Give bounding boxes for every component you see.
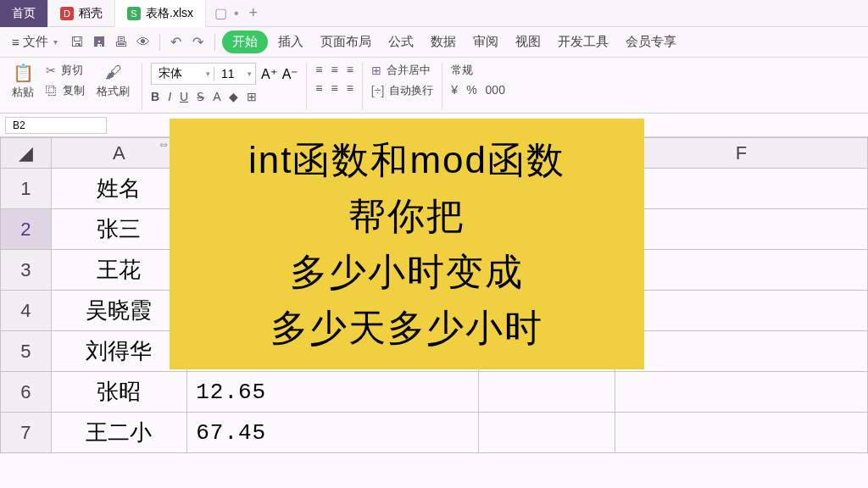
cell[interactable] [615,291,867,331]
cell[interactable]: 张昭 [51,372,187,413]
strikethrough-button[interactable]: S̶ [197,90,204,103]
tab-review[interactable]: 审阅 [466,30,505,53]
align-middle-icon[interactable]: ≡ [331,63,338,76]
cell[interactable] [615,372,867,413]
align-left-icon[interactable]: ≡ [315,81,322,95]
copy-button[interactable]: ⿻复制 [42,81,88,100]
tab-file[interactable]: S 表格.xlsx [115,0,206,27]
cell[interactable] [615,209,867,250]
paste-icon: 📋 [13,63,34,83]
wrap-text-button[interactable]: [÷]自动换行 [368,81,437,100]
row-header[interactable]: 1 [1,169,52,209]
chevron-down-icon: ▾ [203,69,214,78]
undo-icon[interactable]: ↶ [167,33,186,52]
copy-icon: ⿻ [46,84,58,97]
spreadsheet-icon: S [127,7,141,20]
tab-formula[interactable]: 公式 [381,30,420,53]
currency-button[interactable]: ¥ [451,83,458,97]
cell[interactable]: 吴晓霞 [51,291,187,331]
borders-button[interactable]: ⊞ [247,90,257,103]
tab-page-layout[interactable]: 页面布局 [314,30,378,53]
bold-button[interactable]: B [151,90,159,103]
decrease-font-icon[interactable]: A⁻ [282,66,298,82]
row-header[interactable]: 5 [1,331,52,372]
cell-reference-input[interactable]: B2 [5,117,107,134]
tutorial-overlay: int函数和mod函数 帮你把 多少小时变成 多少天多少小时 [170,119,644,369]
cell[interactable] [615,250,867,291]
align-center-icon[interactable]: ≡ [331,81,338,95]
overlay-line: 帮你把 [348,188,465,244]
brush-icon: 🖌 [105,63,122,82]
cut-button[interactable]: ✂剪切 [42,61,88,80]
separator [306,63,307,110]
save-as-icon[interactable]: 🖪 [90,33,108,52]
row-header[interactable]: 6 [1,372,52,413]
overlay-line: int函数和mod函数 [248,132,565,188]
cell[interactable]: 刘得华 [51,331,187,372]
cell[interactable] [615,413,867,453]
tab-data[interactable]: 数据 [424,30,463,53]
align-top-icon[interactable]: ≡ [315,63,322,76]
row-header[interactable]: 7 [1,413,52,453]
row-header[interactable]: 2 [1,209,52,250]
cell[interactable] [479,413,615,453]
overlay-line: 多少天多少小时 [270,300,543,356]
tab-home[interactable]: 首页 [0,0,48,27]
save-icon[interactable]: 🖫 [68,33,86,52]
column-header-F[interactable]: F [615,138,867,169]
merge-center-button[interactable]: ⊞合并居中 [368,61,437,80]
increase-font-icon[interactable]: A⁺ [261,66,277,82]
align-right-icon[interactable]: ≡ [347,81,353,95]
cell[interactable]: 张三 [51,209,187,250]
paste-button[interactable]: 📋 粘贴 [5,61,41,102]
align-bottom-icon[interactable]: ≡ [347,63,353,76]
ribbon-toolbar: 📋 粘贴 ✂剪切 ⿻复制 🖌 格式刷 宋体▾ 11▾ A⁺ A⁻ B I U S… [0,58,868,114]
chevron-down-icon: ▾ [244,69,255,78]
font-size-select[interactable]: 11 [214,67,244,80]
tab-start[interactable]: 开始 [222,30,268,53]
cell[interactable]: 王二小 [51,413,187,453]
tab-window-controls: ▢ • [206,5,239,21]
font-name-select[interactable]: 宋体▾ 11▾ [151,63,256,85]
underline-button[interactable]: U [180,90,188,103]
print-icon[interactable]: 🖶 [112,33,131,52]
separator [442,63,442,110]
hamburger-icon[interactable]: ≡文件▾ [5,30,64,53]
overlay-line: 多少小时变成 [290,244,524,300]
tab-label: 稻壳 [79,6,103,21]
cell[interactable]: 67.45 [187,413,479,453]
ribbon-tabs: ≡文件▾ 🖫 🖪 🖶 👁 ↶ ↷ 开始 插入 页面布局 公式 数据 审阅 视图 … [0,27,868,58]
merge-icon: ⊞ [371,64,381,77]
cell[interactable]: 王花 [51,250,187,291]
scissors-icon: ✂ [46,64,56,77]
number-format-select[interactable]: 常规 [451,63,473,78]
tab-daoke[interactable]: D 稻壳 [48,0,115,27]
row-header[interactable]: 4 [1,291,52,331]
cell[interactable] [479,372,615,413]
comma-button[interactable]: 000 [486,83,505,97]
separator [159,34,160,51]
percent-button[interactable]: % [466,83,476,97]
tab-view[interactable]: 视图 [509,30,548,53]
tab-dev[interactable]: 开发工具 [551,30,615,53]
separator [362,63,363,110]
new-tab-button[interactable]: + [239,4,269,22]
cell[interactable]: 姓名 [51,169,187,209]
redo-icon[interactable]: ↷ [189,33,208,52]
italic-button[interactable]: I [168,90,171,103]
cell[interactable]: 12.65 [187,372,479,413]
window-minimize-icon[interactable]: ▢ [214,5,227,21]
preview-icon[interactable]: 👁 [134,33,153,52]
format-painter-button[interactable]: 🖌 格式刷 [90,61,136,101]
tab-insert[interactable]: 插入 [271,30,310,53]
row-header[interactable]: 3 [1,250,52,291]
wrap-icon: [÷] [371,84,384,97]
cell[interactable] [615,331,867,372]
daoke-icon: D [60,7,74,20]
fill-color-button[interactable]: ◆ [229,90,238,103]
cell[interactable] [615,169,867,209]
select-all-corner[interactable]: ◢ [1,138,52,169]
font-color-button[interactable]: A [213,90,220,103]
tab-member[interactable]: 会员专享 [619,30,683,53]
column-resize-icon[interactable]: ⇔ [159,139,168,151]
